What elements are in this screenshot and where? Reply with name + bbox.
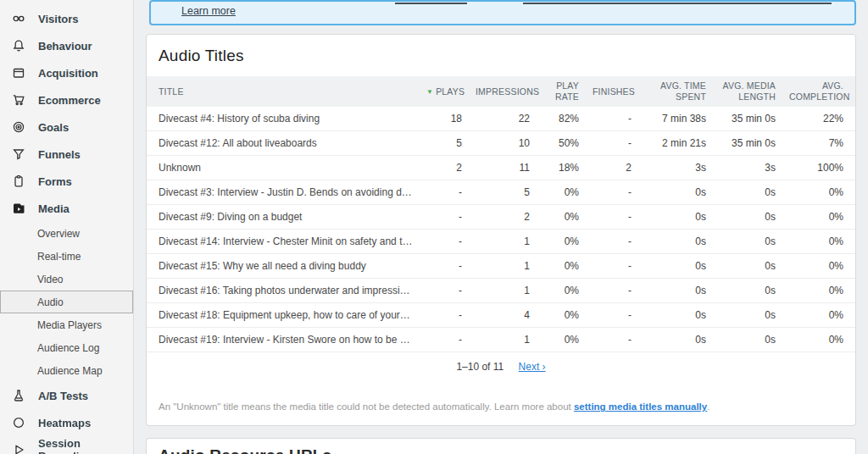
sidebar-item-label: Behaviour bbox=[38, 40, 92, 53]
column-header-avg-media-length[interactable]: Avg. Media Length bbox=[713, 76, 782, 107]
sidebar-item-label: Video bbox=[37, 274, 63, 285]
finishes-cell: - bbox=[586, 279, 638, 303]
impressions-cell: 4 bbox=[469, 303, 537, 328]
avg-completion-cell: 22% bbox=[782, 107, 855, 131]
title-cell[interactable]: Divecast #14: Interview - Chester Minit … bbox=[147, 230, 420, 254]
impressions-cell: 1 bbox=[469, 254, 537, 279]
avg-media-length-cell: 3s bbox=[713, 156, 782, 180]
title-cell[interactable]: Divecast #15: Why we all need a diving b… bbox=[147, 254, 420, 279]
avg-completion-cell: 0% bbox=[782, 254, 855, 279]
finishes-cell: - bbox=[586, 205, 638, 230]
title-cell[interactable]: Divecast #3: Interview - Justin D. Bends… bbox=[147, 180, 420, 205]
avg-time-spent-cell: 0s bbox=[638, 205, 713, 230]
clipboard-icon bbox=[12, 174, 25, 188]
sidebar-item-media-players[interactable]: Media Players bbox=[0, 313, 133, 336]
pagination-next-link[interactable]: Next › bbox=[519, 361, 546, 373]
sidebar-item-ecommerce[interactable]: Ecommerce bbox=[0, 86, 133, 114]
play-rate-cell: 0% bbox=[537, 205, 586, 230]
sidebar-item-label: Funnels bbox=[38, 148, 81, 161]
title-cell[interactable]: Divecast #19: Interview - Kirsten Swore … bbox=[147, 328, 420, 352]
column-header-finishes[interactable]: Finishes bbox=[586, 76, 638, 107]
avg-media-length-cell: 0s bbox=[713, 254, 782, 279]
column-header-impressions[interactable]: Impressions bbox=[469, 76, 537, 107]
main-content: Learn more Audio Titles Title ▼Plays Imp… bbox=[135, 0, 868, 454]
avg-time-spent-cell: 0s bbox=[638, 180, 713, 205]
sidebar-item-label: Visitors bbox=[38, 13, 78, 25]
sidebar-item-label: Forms bbox=[38, 175, 72, 188]
avg-completion-cell: 7% bbox=[782, 131, 855, 156]
sidebar-item-funnels[interactable]: Funnels bbox=[0, 141, 133, 168]
avg-time-spent-cell: 0s bbox=[638, 254, 713, 279]
finishes-cell: - bbox=[586, 254, 638, 279]
media-icon bbox=[12, 202, 25, 215]
plays-cell: 2 bbox=[420, 156, 469, 180]
sidebar-item-label: Real-time bbox=[37, 251, 81, 263]
column-header-avg-time-spent[interactable]: Avg. Time Spent bbox=[638, 76, 713, 107]
avg-media-length-cell: 0s bbox=[713, 180, 782, 205]
column-header-title[interactable]: Title bbox=[147, 76, 420, 107]
plays-cell: 5 bbox=[420, 131, 469, 156]
impressions-cell: 1 bbox=[469, 279, 537, 303]
sidebar-item-overview[interactable]: Overview bbox=[0, 222, 133, 245]
unknown-title-footnote: An "Unknown" title means the media title… bbox=[147, 401, 855, 425]
table-row: Unknown 2 11 18% 2 3s 3s 100% bbox=[147, 156, 855, 180]
avg-media-length-cell: 0s bbox=[713, 279, 782, 303]
setting-media-titles-link[interactable]: setting media titles manually bbox=[574, 401, 707, 412]
sidebar-item-video[interactable]: Video bbox=[0, 268, 133, 291]
sidebar-item-forms[interactable]: Forms bbox=[0, 168, 133, 195]
play-rate-cell: 18% bbox=[537, 156, 586, 180]
sidebar-item-real-time[interactable]: Real-time bbox=[0, 245, 133, 268]
sidebar-item-audience-log[interactable]: Audience Log bbox=[0, 336, 133, 359]
impressions-cell: 5 bbox=[469, 180, 537, 205]
finishes-cell: 2 bbox=[586, 156, 638, 180]
column-header-plays[interactable]: ▼Plays bbox=[420, 76, 469, 107]
plays-cell: - bbox=[420, 279, 469, 303]
column-header-play-rate[interactable]: Play Rate bbox=[537, 76, 586, 107]
table-row: Divecast #14: Interview - Chester Minit … bbox=[147, 230, 855, 254]
sidebar-item-heatmaps[interactable]: Heatmaps bbox=[0, 409, 133, 436]
sidebar-item-label: Audience Map bbox=[37, 365, 103, 377]
recordings-icon bbox=[12, 443, 25, 454]
title-cell[interactable]: Unknown bbox=[147, 156, 420, 180]
finishes-cell: - bbox=[586, 230, 638, 254]
next-section-title: Audio Resource URLs bbox=[147, 439, 855, 454]
audio-titles-card: Audio Titles Title ▼Plays Impressions Pl… bbox=[146, 34, 856, 426]
plays-cell: - bbox=[420, 254, 469, 279]
sidebar-item-a-b-tests[interactable]: A/B Tests bbox=[0, 382, 133, 409]
finishes-cell: - bbox=[586, 180, 638, 205]
impressions-cell: 10 bbox=[469, 131, 537, 156]
clipped-link-underline bbox=[395, 3, 467, 4]
sidebar-item-session-recordings[interactable]: Session Recordings bbox=[0, 436, 133, 454]
avg-media-length-cell: 0s bbox=[713, 328, 782, 352]
title-cell[interactable]: Divecast #4: History of scuba diving bbox=[147, 107, 420, 131]
sidebar-item-goals[interactable]: Goals bbox=[0, 114, 133, 141]
audio-resource-urls-card: Audio Resource URLs bbox=[146, 438, 856, 454]
table-row: Divecast #9: Diving on a budget - 2 0% -… bbox=[147, 205, 855, 230]
avg-completion-cell: 0% bbox=[782, 230, 855, 254]
sidebar-item-label: Ecommerce bbox=[38, 94, 101, 107]
sidebar-item-label: Goals bbox=[38, 121, 69, 134]
sidebar-item-behaviour[interactable]: Behaviour bbox=[0, 32, 133, 59]
learn-more-link[interactable]: Learn more bbox=[181, 5, 236, 17]
sidebar-item-label: Overview bbox=[37, 228, 80, 240]
sidebar-item-audience-map[interactable]: Audience Map bbox=[0, 359, 133, 382]
avg-media-length-cell: 0s bbox=[713, 205, 782, 230]
table-row: Divecast #15: Why we all need a diving b… bbox=[147, 254, 855, 279]
sidebar-item-audio[interactable]: Audio bbox=[0, 291, 133, 313]
sidebar-item-visitors[interactable]: Visitors bbox=[0, 5, 133, 32]
ab-tests-icon bbox=[12, 389, 25, 402]
sidebar-item-media[interactable]: Media bbox=[0, 195, 133, 222]
finishes-cell: - bbox=[586, 303, 638, 328]
title-cell[interactable]: Divecast #18: Equipment upkeep, how to c… bbox=[147, 303, 420, 328]
title-cell[interactable]: Divecast #12: All about liveaboards bbox=[147, 131, 420, 156]
title-cell[interactable]: Divecast #9: Diving on a budget bbox=[147, 205, 420, 230]
finishes-cell: - bbox=[586, 131, 638, 156]
title-cell[interactable]: Divecast #16: Taking photos underwater a… bbox=[147, 279, 420, 303]
impressions-cell: 22 bbox=[469, 107, 537, 131]
sidebar: Visitors Behaviour Acquisition Ecommerce… bbox=[0, 0, 134, 454]
plays-cell: - bbox=[420, 303, 469, 328]
table-header-row: Title ▼Plays Impressions Play Rate Finis… bbox=[147, 76, 855, 107]
funnel-icon bbox=[12, 147, 25, 161]
sidebar-item-acquisition[interactable]: Acquisition bbox=[0, 59, 133, 86]
column-header-avg-completion[interactable]: Avg. Completion bbox=[782, 76, 855, 107]
